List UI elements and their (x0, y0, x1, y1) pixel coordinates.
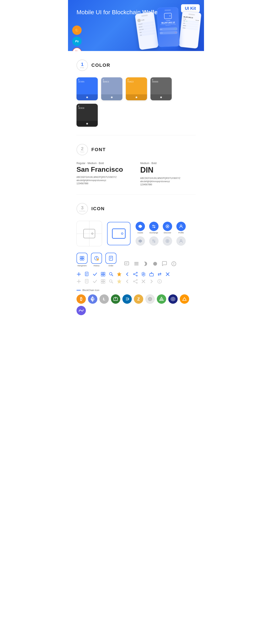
din-uppercase: ABCDEFGHIJKLMNOPQRSTUVWXYZ (140, 177, 196, 180)
din-numbers: 1234567890 (140, 184, 196, 186)
crypto-icons-row: ₿ Ł ⊃ Z (76, 294, 196, 315)
svg-point-10 (180, 240, 182, 241)
dash-icon: ⊃ (122, 294, 132, 304)
check-icon-grey (93, 279, 97, 284)
font-section-header: 2 TWO FONT (76, 144, 196, 155)
nav-icon-discover: Discover (163, 222, 172, 234)
svg-marker-7 (138, 239, 142, 243)
svg-rect-55 (85, 279, 88, 283)
svg-point-46 (136, 275, 138, 276)
screens-count-badge: 60+ Screens (72, 48, 82, 51)
svg-rect-37 (101, 272, 103, 274)
info-icon (171, 261, 177, 267)
svg-rect-59 (103, 280, 105, 281)
din-name: DIN (140, 166, 196, 174)
font-sf-block: Regular · Medium · Bold San Francisco AB… (76, 162, 132, 186)
svg-marker-3 (138, 225, 142, 228)
blockchain-line (76, 290, 81, 290)
font-din-block: Medium · Bold DIN ABCDEFGHIJKLMNOPQRSTUV… (140, 162, 196, 186)
moon-icon (143, 261, 149, 267)
grid-icon (101, 272, 106, 276)
star-icon-grey (117, 279, 122, 284)
svg-rect-12 (80, 258, 82, 260)
svg-line-42 (112, 275, 113, 276)
assets-icon-circle (136, 222, 145, 231)
swatch-grey-blue: #8DA0C8 (101, 77, 122, 100)
svg-marker-76 (93, 296, 95, 299)
svg-point-45 (134, 274, 134, 275)
discover-icon-circle (163, 222, 172, 231)
svg-point-30 (174, 262, 174, 263)
tool-icons-row-grey (76, 279, 196, 284)
svg-rect-17 (109, 256, 112, 260)
tool-icons-row-active (76, 272, 196, 276)
app-icon-order: Order (106, 253, 116, 267)
wallet-blue-inner (112, 228, 126, 239)
search-icon (109, 272, 114, 276)
svg-rect-40 (103, 274, 105, 276)
svg-marker-43 (117, 272, 121, 276)
svg-point-5 (167, 226, 168, 227)
svg-rect-13 (82, 256, 84, 258)
svg-marker-77 (90, 298, 93, 302)
blockchain-label-text: BlockChain Icon (82, 289, 100, 292)
swap-icon (157, 272, 162, 276)
svg-rect-14 (82, 258, 84, 260)
svg-marker-64 (117, 280, 121, 283)
settings-icon (141, 272, 146, 276)
svg-marker-78 (93, 298, 95, 302)
share-icon-grey (133, 279, 138, 284)
nav-icon-assets: Assets (136, 222, 145, 234)
wallet-icon-showcase: Assets Exchange Discover (76, 221, 196, 246)
svg-rect-26 (134, 264, 138, 265)
phone-left: Profile Mangment Message Rate Credit Nig… (135, 12, 159, 50)
nav-icon-profile: Profile (176, 222, 186, 234)
forward-icon-grey (149, 279, 154, 284)
nav-icon-exchange: Exchange (149, 222, 158, 234)
font-section-badge: 2 TWO (76, 144, 88, 155)
svg-line-63 (112, 282, 113, 283)
phone-right: $6,297,502.12 12-298738-2003 BTC +788 ET… (179, 11, 202, 49)
sf-numbers: 1234567890 (76, 182, 132, 185)
iota-icon (145, 294, 155, 304)
color-section-title: COLOR (92, 62, 110, 68)
hero-section: Mobile UI for Blockchain Wallet UI Kit P… (68, 0, 204, 51)
nav-icons-row-2-grey (136, 236, 186, 246)
photoshop-icon: Ps (72, 36, 82, 46)
app-icon-history: History (91, 253, 102, 267)
history-icon-box (91, 253, 102, 264)
app-icons-row: Mangment History Order (76, 253, 196, 267)
svg-rect-39 (101, 274, 103, 276)
mangment-icon-box (76, 253, 88, 264)
share-icon (133, 272, 138, 276)
stratis-icon (157, 294, 166, 304)
svg-point-81 (150, 299, 150, 299)
exchange-grey-icon (149, 236, 158, 246)
plus-icon-grey (76, 279, 81, 284)
color-section: 1 ONE COLOR #3574FA #8DA0C8 #F5A623 #666… (68, 51, 204, 135)
search-icon-grey (109, 279, 114, 284)
din-style-label: Medium · Bold (140, 162, 196, 165)
nav-icons-group: Assets Exchange Discover (136, 222, 186, 246)
blockchain-label-row: BlockChain Icon (76, 289, 196, 292)
augur-icon (180, 294, 189, 304)
grid-icon-grey (101, 279, 106, 284)
phone-middle: myWallet $6,297,502.12 Character may be … (157, 7, 180, 47)
check-icon (93, 272, 97, 276)
icon-section-header: 3 THREE ICON (76, 203, 196, 214)
svg-line-47 (134, 273, 136, 274)
misc-icons-row (124, 261, 177, 267)
svg-point-67 (136, 282, 138, 284)
svg-point-65 (136, 280, 138, 280)
svg-point-9 (167, 240, 168, 242)
font-section: 2 TWO FONT Regular · Medium · Bold San F… (68, 136, 204, 194)
ethereum-icon (88, 294, 97, 304)
color-swatches-container: #3574FA #8DA0C8 #F5A623 #666666 #303030 (76, 77, 196, 127)
swatch-blue: #3574FA (76, 77, 98, 100)
svg-rect-33 (85, 272, 88, 276)
swatch-black: #303030 (76, 104, 98, 127)
sf-lowercase: abcdefghijklmnopqrstuvwxyz (76, 179, 132, 182)
swatch-dark-grey: #666666 (150, 77, 172, 100)
litecoin-icon: Ł (100, 294, 109, 304)
svg-point-74 (160, 280, 160, 281)
